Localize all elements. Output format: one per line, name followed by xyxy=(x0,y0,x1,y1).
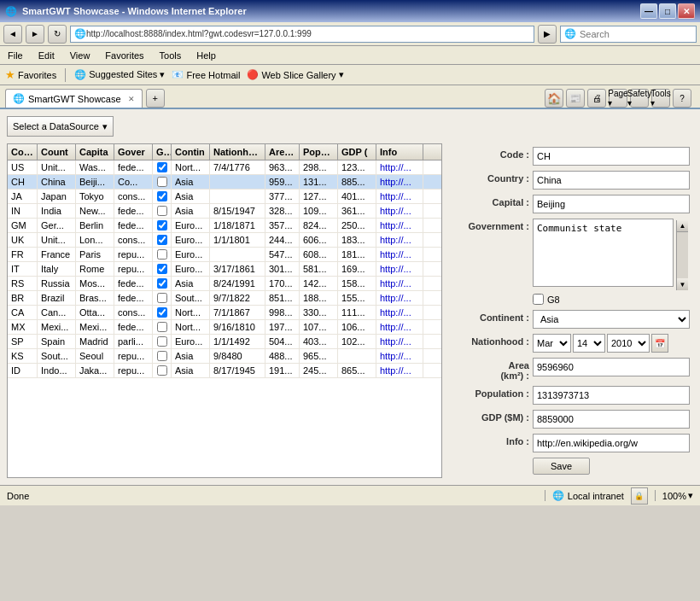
table-row[interactable]: USUnit...Was...fede...Nort...7/4/1776963… xyxy=(8,160,441,175)
grid-col-gdp[interactable]: GDP ( xyxy=(338,144,376,160)
g8-checkbox-9[interactable] xyxy=(157,293,167,303)
g8-checkbox[interactable] xyxy=(533,294,544,305)
g8-checkbox-2[interactable] xyxy=(157,191,167,201)
government-field[interactable] xyxy=(533,219,674,287)
back-button[interactable]: ◄ xyxy=(3,25,22,44)
continent-select[interactable]: AfricaAntarcticaAsiaEuropeNorth AmericaO… xyxy=(533,310,690,329)
free-hotmail[interactable]: 📧 Free Hotmail xyxy=(172,69,240,80)
g8-checkbox-12[interactable] xyxy=(157,336,167,347)
g8-checkbox-0[interactable] xyxy=(157,162,167,172)
favorites-label: Favorites xyxy=(18,70,56,80)
favorites-button[interactable]: ★ Favorites xyxy=(5,68,56,81)
g8-checkbox-5[interactable] xyxy=(157,235,167,245)
g8-checkbox-14[interactable] xyxy=(157,365,167,376)
print-button[interactable]: 🖨 xyxy=(587,89,606,108)
menu-view[interactable]: View xyxy=(67,50,93,61)
textarea-scroll-down[interactable]: ▼ xyxy=(677,278,688,290)
grid-col-capital[interactable]: Capita xyxy=(76,144,114,160)
grid-col-g8[interactable]: G8 xyxy=(153,144,172,160)
web-slice-gallery[interactable]: 🔴 Web Slice Gallery ▾ xyxy=(247,69,343,80)
go-button[interactable]: ▶ xyxy=(538,25,557,44)
help-button[interactable]: ? xyxy=(673,89,691,108)
date-picker-button[interactable]: 📅 xyxy=(651,334,668,353)
close-button[interactable]: ✕ xyxy=(678,3,695,19)
g8-checkbox-13[interactable] xyxy=(157,351,167,361)
g8-checkbox-4[interactable] xyxy=(157,220,167,230)
table-row[interactable]: FRFranceParisrepu...Euro...547...608...1… xyxy=(8,248,441,262)
capital-field[interactable] xyxy=(533,195,690,213)
table-row[interactable]: IDIndo...Jaka...repu...Asia8/17/1945191.… xyxy=(8,364,441,378)
table-row[interactable]: RSRussiaMos...fede...Asia8/24/1991170...… xyxy=(8,277,441,291)
g8-checkbox-3[interactable] xyxy=(157,206,167,216)
menu-favorites[interactable]: Favorites xyxy=(102,50,146,61)
menu-tools[interactable]: Tools xyxy=(157,50,184,61)
datasource-select[interactable]: Select a DataSource ▾ xyxy=(7,116,114,137)
continent-row: Continent : AfricaAntarcticaAsiaEuropeNo… xyxy=(452,310,690,329)
active-tab[interactable]: 🌐 SmartGWT Showcase ✕ xyxy=(5,89,143,108)
maximize-button[interactable]: □ xyxy=(659,3,676,19)
tab-close-icon[interactable]: ✕ xyxy=(128,95,135,103)
g8-row: G8 xyxy=(452,294,690,305)
minimize-button[interactable]: — xyxy=(640,3,657,19)
address-field[interactable]: 🌐 http://localhost:8888/index.html?gwt.c… xyxy=(70,26,534,43)
g8-label: G8 xyxy=(547,295,560,305)
year-select[interactable]: 20082009201020112012 xyxy=(607,334,650,353)
table-row[interactable]: JAJapanTokyocons...Asia377...127...401..… xyxy=(8,190,441,204)
gdp-field[interactable] xyxy=(533,410,690,429)
home-button[interactable]: 🏠 xyxy=(545,89,563,108)
g8-checkbox-8[interactable] xyxy=(157,278,167,289)
table-row[interactable]: GMGer...Berlinfede...Euro...1/18/1871357… xyxy=(8,219,441,233)
table-row[interactable]: BRBrazilBras...fede...Sout...9/7/1822851… xyxy=(8,291,441,306)
table-row[interactable]: CHChinaBeiji...Co...Asia959...131...885.… xyxy=(8,175,441,190)
area-field[interactable] xyxy=(533,358,690,376)
grid-col-popul[interactable]: Popula xyxy=(300,144,338,160)
grid-col-contin[interactable]: Contin xyxy=(172,144,210,160)
search-input[interactable] xyxy=(580,29,697,39)
grid-col-govern[interactable]: Gover xyxy=(114,144,153,160)
security-lock-button[interactable]: 🔒 xyxy=(631,487,648,505)
tab-bar: 🌐 SmartGWT Showcase ✕ + 🏠 📰 🖨 Page ▾ Saf… xyxy=(0,85,700,109)
capital-row: Capital : xyxy=(452,195,690,213)
suggested-icon: 🌐 xyxy=(74,69,86,80)
rss-button[interactable]: 📰 xyxy=(566,89,585,108)
table-row[interactable]: SPSpainMadridparli...Euro...1/1/1492504.… xyxy=(8,335,441,349)
info-field[interactable] xyxy=(533,434,690,452)
tab-label: SmartGWT Showcase xyxy=(28,94,121,104)
table-row[interactable]: UKUnit...Lon...cons...Euro...1/1/1801244… xyxy=(8,233,441,248)
page-button[interactable]: Page ▾ xyxy=(609,89,627,108)
menu-file[interactable]: File xyxy=(5,50,26,61)
suggested-sites[interactable]: 🌐 Suggested Sites ▾ xyxy=(74,69,165,80)
grid-body: USUnit...Was...fede...Nort...7/4/1776963… xyxy=(8,160,441,477)
g8-checkbox-11[interactable] xyxy=(157,322,167,332)
day-select[interactable]: 1234567891011121314151617181920212223242… xyxy=(573,334,605,353)
new-tab-button[interactable]: + xyxy=(146,89,165,108)
month-select[interactable]: JanFebMarAprMayJunJulAugSepOctNovDec xyxy=(533,334,571,353)
country-field[interactable] xyxy=(533,171,690,190)
g8-checkbox-7[interactable] xyxy=(157,264,167,274)
country-row: Country : xyxy=(452,171,690,190)
grid-col-area[interactable]: Area ( xyxy=(265,144,300,160)
grid-col-count[interactable]: Count xyxy=(38,144,76,160)
continent-label: Continent : xyxy=(452,310,529,323)
code-field[interactable] xyxy=(533,147,690,166)
textarea-scroll-up[interactable]: ▲ xyxy=(677,220,688,232)
menu-edit[interactable]: Edit xyxy=(36,50,57,61)
g8-checkbox-10[interactable] xyxy=(157,307,167,318)
table-row[interactable]: CACan...Otta...cons...Nort...7/1/1867998… xyxy=(8,306,441,320)
safety-button[interactable]: Safety ▾ xyxy=(630,89,649,108)
table-row[interactable]: MXMexi...Mexi...fede...Nort...9/16/18101… xyxy=(8,320,441,335)
grid-col-code[interactable]: Code xyxy=(8,144,38,160)
table-row[interactable]: INIndiaNew...fede...Asia8/15/1947328...1… xyxy=(8,204,441,219)
tools-button[interactable]: Tools ▾ xyxy=(651,89,670,108)
population-field[interactable] xyxy=(533,386,690,405)
g8-checkbox-1[interactable] xyxy=(157,177,167,187)
grid-col-nation[interactable]: Nationhood xyxy=(210,144,265,160)
grid-col-info[interactable]: Info xyxy=(376,144,423,160)
g8-checkbox-6[interactable] xyxy=(157,249,167,260)
save-button[interactable]: Save xyxy=(533,458,590,475)
forward-button[interactable]: ► xyxy=(26,25,44,44)
refresh-button[interactable]: ↻ xyxy=(48,25,67,44)
menu-help[interactable]: Help xyxy=(194,50,219,61)
table-row[interactable]: ITItalyRomerepu...Euro...3/17/1861301...… xyxy=(8,262,441,277)
table-row[interactable]: KSSout...Seoulrepu...Asia9/8480488...965… xyxy=(8,349,441,364)
